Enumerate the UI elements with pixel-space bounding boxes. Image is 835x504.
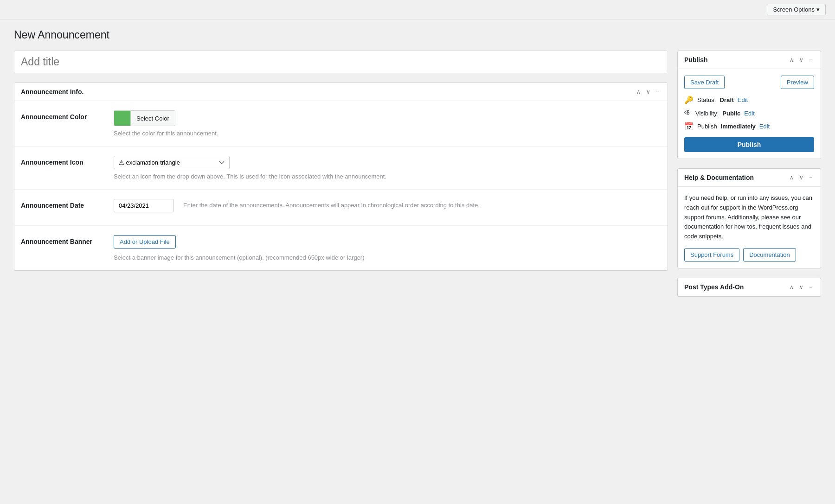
- icon-field-row: Announcement Icon ⚠ exclamation-triangle…: [14, 147, 668, 190]
- publish-date-edit-link[interactable]: Edit: [759, 123, 770, 130]
- help-metabox-controls: ∧ ∨ −: [788, 173, 814, 182]
- color-field-row: Announcement Color Select Color Select t…: [14, 101, 668, 147]
- visibility-edit-link[interactable]: Edit: [744, 110, 754, 117]
- metabox-header: Announcement Info. ∧ ∨ −: [14, 83, 668, 101]
- status-label: Status:: [697, 96, 716, 103]
- post-types-metabox-up[interactable]: ∧: [788, 283, 796, 291]
- publish-when-value: immediately: [721, 123, 756, 130]
- publish-button[interactable]: Publish: [684, 137, 814, 152]
- metabox-body: Announcement Color Select Color Select t…: [14, 101, 668, 270]
- upload-file-button[interactable]: Add or Upload File: [114, 235, 176, 249]
- publish-date-row: 📅 Publish immediately Edit: [684, 122, 814, 131]
- icon-field-label: Announcement Icon: [21, 156, 104, 166]
- date-hint: Enter the date of the announcements. Ann…: [183, 199, 661, 209]
- visibility-row: 👁 Visibility: Public Edit: [684, 109, 814, 117]
- icon-select-wrapper: ⚠ exclamation-triangle ℹ info-circle ✓ c…: [114, 156, 661, 169]
- publish-info: 🔑 Status: Draft Edit 👁 Visibility: Publi…: [684, 96, 814, 131]
- post-types-metabox-controls: ∧ ∨ −: [788, 283, 814, 291]
- key-icon: 🔑: [684, 96, 694, 104]
- publish-metabox-down[interactable]: ∨: [797, 56, 805, 64]
- banner-hint: Select a banner image for this announcem…: [114, 254, 661, 261]
- banner-field-content: Add or Upload File Select a banner image…: [114, 235, 661, 261]
- screen-options-button[interactable]: Screen Options ▾: [767, 4, 826, 15]
- publish-metabox-body: Save Draft Preview 🔑 Status: Draft Edit …: [678, 69, 821, 159]
- calendar-icon: 📅: [684, 122, 694, 131]
- help-metabox-body: If you need help, or run into any issues…: [678, 187, 821, 268]
- support-forums-button[interactable]: Support Forums: [684, 248, 739, 262]
- color-hint: Select the color for this announcement.: [114, 130, 661, 137]
- post-types-metabox-down[interactable]: ∨: [797, 283, 805, 291]
- icon-field-content: ⚠ exclamation-triangle ℹ info-circle ✓ c…: [114, 156, 661, 180]
- icon-hint: Select an icon from the drop down above.…: [114, 173, 661, 180]
- date-field-label: Announcement Date: [21, 199, 104, 209]
- status-value: Draft: [719, 96, 733, 103]
- date-field-content: Enter the date of the announcements. Ann…: [114, 199, 661, 216]
- color-selector: Select Color: [114, 110, 661, 126]
- post-types-metabox-header: Post Types Add-On ∧ ∨ −: [678, 278, 821, 296]
- metabox-controls: ∧ ∨ −: [635, 88, 661, 96]
- date-field-row: Announcement Date Enter the date of the …: [14, 190, 668, 226]
- help-text: If you need help, or run into any issues…: [684, 193, 814, 242]
- metabox-title: Announcement Info.: [21, 88, 84, 96]
- visibility-label: Visibility:: [695, 110, 719, 117]
- visibility-value: Public: [722, 110, 740, 117]
- select-color-button[interactable]: Select Color: [130, 110, 175, 126]
- preview-button[interactable]: Preview: [781, 76, 814, 89]
- help-metabox: Help & Documentation ∧ ∨ − If you need h…: [677, 168, 821, 268]
- date-row: Enter the date of the announcements. Ann…: [114, 199, 661, 212]
- color-swatch[interactable]: [114, 110, 130, 126]
- page-title: New Announcement: [14, 29, 821, 41]
- screen-options-chevron: ▾: [816, 6, 820, 13]
- post-title-input[interactable]: [14, 51, 668, 73]
- publish-actions: Save Draft Preview: [684, 76, 814, 89]
- publish-metabox-header: Publish ∧ ∨ −: [678, 51, 821, 69]
- screen-options-label: Screen Options: [773, 6, 815, 13]
- publish-metabox: Publish ∧ ∨ − Save Draft Preview 🔑: [677, 51, 821, 159]
- banner-field-row: Announcement Banner Add or Upload File S…: [14, 226, 668, 270]
- date-input[interactable]: [114, 199, 174, 212]
- help-metabox-header: Help & Documentation ∧ ∨ −: [678, 169, 821, 187]
- publish-when-label: Publish: [697, 123, 717, 130]
- color-field-content: Select Color Select the color for this a…: [114, 110, 661, 137]
- main-content: Announcement Info. ∧ ∨ − Announcement Co…: [14, 51, 668, 280]
- publish-metabox-title: Publish: [684, 56, 708, 64]
- help-metabox-up[interactable]: ∧: [788, 173, 796, 182]
- metabox-collapse-toggle[interactable]: −: [654, 88, 661, 96]
- status-row: 🔑 Status: Draft Edit: [684, 96, 814, 104]
- post-types-metabox-title: Post Types Add-On: [684, 283, 744, 291]
- publish-metabox-up[interactable]: ∧: [788, 56, 796, 64]
- sidebar: Publish ∧ ∨ − Save Draft Preview 🔑: [677, 51, 821, 306]
- status-edit-link[interactable]: Edit: [738, 96, 748, 103]
- metabox-collapse-down[interactable]: ∨: [644, 88, 652, 96]
- publish-metabox-controls: ∧ ∨ −: [788, 56, 814, 64]
- documentation-button[interactable]: Documentation: [743, 248, 796, 262]
- help-actions: Support Forums Documentation: [684, 248, 814, 262]
- metabox-collapse-up[interactable]: ∧: [635, 88, 642, 96]
- post-types-metabox-toggle[interactable]: −: [807, 283, 814, 291]
- post-types-metabox: Post Types Add-On ∧ ∨ −: [677, 278, 821, 297]
- announcement-info-metabox: Announcement Info. ∧ ∨ − Announcement Co…: [14, 83, 668, 271]
- help-metabox-title: Help & Documentation: [684, 174, 754, 181]
- color-field-label: Announcement Color: [21, 110, 104, 121]
- banner-field-label: Announcement Banner: [21, 235, 104, 245]
- help-metabox-down[interactable]: ∨: [797, 173, 805, 182]
- publish-metabox-toggle[interactable]: −: [807, 56, 814, 64]
- icon-select-dropdown[interactable]: ⚠ exclamation-triangle ℹ info-circle ✓ c…: [114, 156, 230, 169]
- help-metabox-toggle[interactable]: −: [807, 173, 814, 182]
- eye-icon: 👁: [684, 109, 692, 117]
- save-draft-button[interactable]: Save Draft: [684, 76, 725, 89]
